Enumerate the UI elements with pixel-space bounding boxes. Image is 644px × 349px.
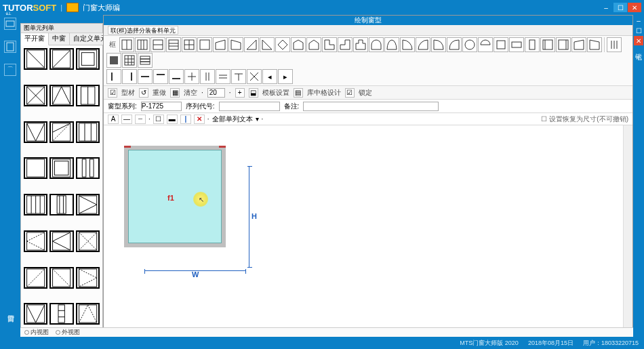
series-input[interactable] xyxy=(141,102,182,111)
unit-thumb[interactable] xyxy=(76,194,100,215)
shape-vsplit3-icon[interactable] xyxy=(135,37,150,52)
reset-icon[interactable]: ↺ xyxy=(139,88,148,98)
clear-icon[interactable]: ▦ xyxy=(170,88,180,98)
shape-rect-d-icon[interactable] xyxy=(556,37,571,52)
shape-arch-r-icon[interactable] xyxy=(447,37,462,52)
shape-hsplit3-icon[interactable] xyxy=(166,37,181,52)
unit-thumb[interactable] xyxy=(76,230,100,252)
close-button[interactable]: ✕ xyxy=(628,3,641,12)
line-dash-icon[interactable]: ┄ xyxy=(135,115,146,124)
unit-thumb[interactable] xyxy=(24,267,47,289)
mullion-t-icon[interactable] xyxy=(231,69,246,84)
unit-thumb[interactable] xyxy=(24,48,47,70)
unit-thumb[interactable] xyxy=(24,85,47,106)
view-outside-toggle[interactable]: 外视图 xyxy=(56,328,80,337)
shape-lstep-icon[interactable] xyxy=(322,37,337,52)
mullion-star-icon[interactable] xyxy=(247,69,262,84)
vertical-scrollbar[interactable] xyxy=(623,125,632,333)
delete-icon[interactable]: ✕ xyxy=(194,115,205,124)
shape-arch-l-icon[interactable] xyxy=(431,37,446,52)
window-shape[interactable]: f1 ↖ H W xyxy=(124,146,226,247)
rail-close-button[interactable]: ✕ xyxy=(634,36,643,45)
unit-thumb[interactable] xyxy=(76,267,100,289)
mullion-hb-icon[interactable] xyxy=(169,69,184,84)
shape-grid-icon[interactable] xyxy=(182,37,197,52)
unit-thumb[interactable] xyxy=(49,194,73,215)
lock-icon[interactable]: ☑ xyxy=(345,88,355,98)
shape-rect-a-icon[interactable] xyxy=(509,37,524,52)
mullion-arrow-r-icon[interactable]: ▸ xyxy=(278,69,293,84)
shape-hsplit2-icon[interactable] xyxy=(150,37,165,52)
mullion-vpair-icon[interactable] xyxy=(200,69,215,84)
mullion-vl-icon[interactable] xyxy=(106,69,121,84)
add-icon[interactable]: + xyxy=(235,88,245,98)
dim-height-label[interactable]: H xyxy=(251,212,257,220)
shape-tri-right-icon[interactable] xyxy=(260,37,275,52)
shape-quarter-l-icon[interactable] xyxy=(400,37,415,52)
shape-single-icon[interactable] xyxy=(197,37,212,52)
maximize-button[interactable]: ☐ xyxy=(613,3,627,12)
view-inside-toggle[interactable]: 内视图 xyxy=(24,328,49,337)
shape-rect-c-icon[interactable] xyxy=(540,37,555,52)
shape-rstep-icon[interactable] xyxy=(338,37,353,52)
shape-quarter-r-icon[interactable] xyxy=(416,37,430,52)
shape-tri-left-icon[interactable] xyxy=(244,37,259,52)
minimize-button[interactable]: – xyxy=(599,3,613,12)
unit-thumb[interactable] xyxy=(76,85,100,106)
shape-trap-right-icon[interactable] xyxy=(228,37,243,52)
spacing-input[interactable] xyxy=(207,88,225,98)
shape-bars-icon[interactable] xyxy=(607,37,622,52)
unit-thumb[interactable] xyxy=(24,194,47,215)
shape-rect-out-icon[interactable] xyxy=(494,37,508,52)
frame-icon[interactable]: ☑ xyxy=(108,88,117,98)
unit-thumb[interactable] xyxy=(76,157,100,179)
unit-thumb[interactable] xyxy=(76,48,100,70)
unit-thumb[interactable] xyxy=(49,303,73,325)
shape-semicircle-icon[interactable] xyxy=(384,37,399,52)
unit-thumb[interactable] xyxy=(49,48,73,70)
shape-vsplit2-icon[interactable] xyxy=(119,37,134,52)
editor-subtab[interactable]: 联(框)选择分装备料单元 xyxy=(108,26,178,35)
mullion-arrow-l-icon[interactable]: ◂ xyxy=(262,69,277,84)
shape-trap-left-icon[interactable] xyxy=(213,37,228,52)
shape-rect-b-icon[interactable] xyxy=(525,37,540,52)
rail-minimize-button[interactable]: – xyxy=(634,16,643,25)
shape-arch-icon[interactable] xyxy=(369,37,384,52)
mullion-vr-icon[interactable] xyxy=(122,69,137,84)
shape-slant-l-icon[interactable] xyxy=(571,37,586,52)
line-blue-icon[interactable]: | xyxy=(180,115,191,124)
rail-tool-rect-icon[interactable] xyxy=(4,18,16,30)
align-center-label[interactable]: 全部单列文本 xyxy=(212,115,253,124)
unit-thumb[interactable] xyxy=(76,303,100,325)
mullion-hpair-icon[interactable] xyxy=(216,69,230,84)
checkbox-icon[interactable]: ☐ xyxy=(541,115,547,123)
code-input[interactable] xyxy=(219,102,280,111)
shape-grid3-icon[interactable] xyxy=(122,53,137,68)
unit-thumb[interactable] xyxy=(24,121,47,143)
mullion-cross-icon[interactable] xyxy=(184,69,199,84)
box-empty-icon[interactable]: ☐ xyxy=(153,115,164,124)
tab-middle[interactable]: 中窗 xyxy=(49,33,70,45)
unit-thumb[interactable] xyxy=(49,157,73,179)
drawing-canvas[interactable]: f1 ↖ H W xyxy=(104,125,632,333)
shape-circle-icon[interactable] xyxy=(462,37,477,52)
unit-thumb[interactable] xyxy=(24,157,47,179)
shape-halfcircle-b-icon[interactable] xyxy=(478,37,493,52)
shape-pent-right-icon[interactable] xyxy=(306,37,321,52)
rail-tool-doc-icon[interactable] xyxy=(4,41,16,53)
unit-thumb[interactable] xyxy=(49,230,73,252)
right-note[interactable]: ☐ 设置恢复为尺寸(不可撤销) xyxy=(541,115,628,124)
line-solid-icon[interactable]: — xyxy=(121,115,132,124)
shape-slant-r-icon[interactable] xyxy=(587,37,602,52)
box-fill-icon[interactable]: ▬ xyxy=(167,115,178,124)
font-button[interactable]: A xyxy=(108,115,119,124)
dim-width-label[interactable]: W xyxy=(192,270,199,279)
shape-wall-icon[interactable] xyxy=(138,53,153,68)
shape-tstep-icon[interactable] xyxy=(353,37,368,52)
db-design-icon[interactable]: ▤ xyxy=(294,88,303,98)
unit-thumb[interactable] xyxy=(24,303,47,325)
unit-thumb[interactable] xyxy=(49,267,73,289)
rail-tool-arc-icon[interactable]: ⌒ xyxy=(4,64,16,76)
unit-thumb[interactable] xyxy=(49,85,73,106)
rail-maximize-button[interactable]: ☐ xyxy=(634,26,643,35)
